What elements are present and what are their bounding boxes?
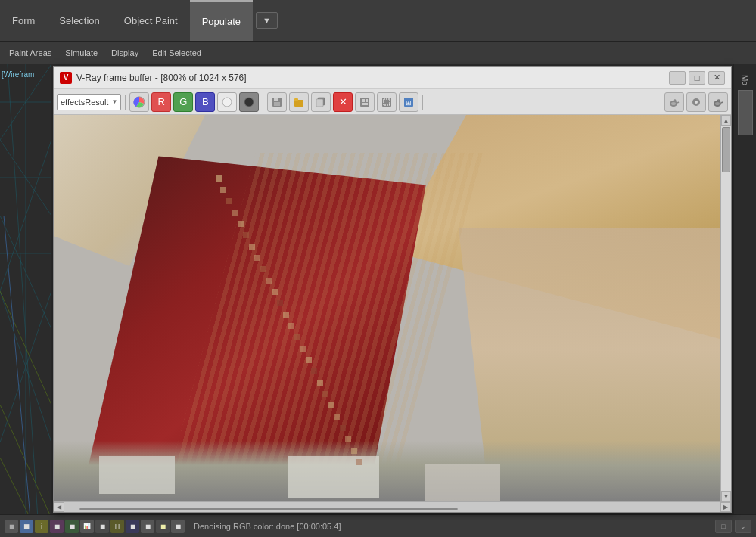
edit-selected-btn[interactable]: Edit Selected xyxy=(146,47,207,59)
right-panel-label: Mo xyxy=(741,75,749,85)
scroll-left-btn[interactable]: ◀ xyxy=(54,502,64,512)
menu-tab-form[interactable]: Form xyxy=(0,0,47,41)
svg-rect-19 xyxy=(274,98,278,101)
main-layout: [Wirefram V xyxy=(0,64,756,514)
paint-areas-btn[interactable]: Paint Areas xyxy=(3,47,58,59)
color-swatch-btn[interactable] xyxy=(129,92,149,112)
vray-window: V V-Ray frame buffer - [800% of 1024 x 5… xyxy=(53,66,732,513)
teapot2-icon xyxy=(713,97,723,107)
region-btn[interactable] xyxy=(377,92,397,112)
history-icon xyxy=(359,97,370,107)
status-expand-btn[interactable]: □ xyxy=(715,520,732,533)
bottom-box-left xyxy=(99,456,175,494)
svg-rect-22 xyxy=(294,98,298,101)
app-statusbar: ◼ ◼ i ◼ ◼ 📊 ◼ H ◼ ◼ ◼ ◼ Denoising RGB co… xyxy=(0,514,756,537)
svg-point-17 xyxy=(244,98,254,107)
svg-rect-28 xyxy=(362,103,368,105)
b-channel-btn[interactable]: B xyxy=(195,92,215,112)
svg-rect-27 xyxy=(366,99,368,102)
scroll-track-v[interactable] xyxy=(721,126,731,491)
status-icon-1: ◼ xyxy=(5,520,18,533)
minimize-btn[interactable]: — xyxy=(669,71,686,85)
settings-btn[interactable] xyxy=(686,92,706,112)
image-container: ▲ ▼ ◀ ▶ xyxy=(54,115,731,512)
status-icon-10: ◼ xyxy=(141,520,154,533)
status-icon-8: H xyxy=(110,520,124,533)
effects-dropdown[interactable]: effectsResult ▼ xyxy=(57,94,121,110)
status-icon-2: ◼ xyxy=(20,520,33,533)
copy-icon xyxy=(316,97,326,107)
menu-tab-selection[interactable]: Selection xyxy=(47,0,111,41)
maximize-btn[interactable]: □ xyxy=(689,71,705,85)
status-text: Denoising RGB color: done [00:00:05.4] xyxy=(194,522,712,531)
status-icon-3: i xyxy=(35,520,48,533)
svg-point-16 xyxy=(222,98,232,107)
g-channel-btn[interactable]: G xyxy=(173,92,193,112)
status-right: □ ⌄ xyxy=(715,520,751,533)
secondary-bar: Paint Areas Simulate Display Edit Select… xyxy=(0,42,756,64)
r-channel-btn[interactable]: R xyxy=(151,92,171,112)
svg-line-40 xyxy=(721,102,723,103)
simulate-btn[interactable]: Simulate xyxy=(59,47,104,59)
svg-point-34 xyxy=(671,102,676,105)
copy-image-btn[interactable] xyxy=(311,92,331,112)
display-btn[interactable]: Display xyxy=(105,47,145,59)
dark-circle-btn[interactable] xyxy=(239,92,259,112)
svg-rect-20 xyxy=(274,102,280,106)
render-region-btn[interactable]: ⊞ xyxy=(399,92,418,112)
menu-tab-object-paint[interactable]: Object Paint xyxy=(112,0,190,41)
teapot1-btn[interactable] xyxy=(664,92,684,112)
teapot1-icon xyxy=(669,97,680,107)
statusbar-icons: ◼ ◼ i ◼ ◼ 📊 ◼ H ◼ ◼ ◼ ◼ xyxy=(5,520,185,533)
circle-light-icon xyxy=(222,97,232,107)
status-icon-6: 📊 xyxy=(80,520,94,533)
separator-3 xyxy=(422,95,423,110)
status-icon-4: ◼ xyxy=(50,520,64,533)
status-icon-12: ◼ xyxy=(171,520,185,533)
vray-titlebar[interactable]: V V-Ray frame buffer - [800% of 1024 x 5… xyxy=(54,67,731,89)
status-arrow-btn[interactable]: ⌄ xyxy=(735,520,751,533)
vray-toolbar: effectsResult ▼ R G B xyxy=(54,89,731,115)
bottom-box-mid xyxy=(288,456,379,498)
show-region-icon: ⊞ xyxy=(403,97,414,107)
vray-scrollbar-vertical[interactable]: ▲ ▼ xyxy=(720,115,731,501)
svg-rect-21 xyxy=(294,100,303,107)
svg-line-35 xyxy=(677,102,679,103)
open-image-btn[interactable] xyxy=(289,92,309,112)
image-and-vscroll: ▲ ▼ xyxy=(54,115,731,501)
status-icon-5: ◼ xyxy=(65,520,79,533)
svg-point-37 xyxy=(695,101,698,104)
circle-dark-icon xyxy=(244,97,254,107)
right-panel-swatch xyxy=(738,90,753,135)
teapot2-btn[interactable] xyxy=(708,92,728,112)
left-sidebar: [Wirefram xyxy=(0,64,51,514)
scroll-down-btn[interactable]: ▼ xyxy=(721,491,731,501)
separator-1 xyxy=(125,95,126,110)
scroll-thumb-v[interactable] xyxy=(722,127,730,172)
close-btn[interactable]: ✕ xyxy=(708,71,725,85)
scroll-thumb-h[interactable] xyxy=(79,508,458,510)
history-btn[interactable] xyxy=(355,92,375,112)
svg-rect-26 xyxy=(362,99,365,102)
wireframe-grid xyxy=(0,64,51,514)
scroll-up-btn[interactable]: ▲ xyxy=(721,115,731,126)
render-canvas xyxy=(54,115,731,501)
right-panel: Mo xyxy=(733,64,756,514)
settings-icon xyxy=(691,97,702,107)
svg-text:⊞: ⊞ xyxy=(406,99,412,107)
top-menubar: Form Selection Object Paint Populate ▼ xyxy=(0,0,756,42)
bottom-box-right xyxy=(425,464,500,501)
vray-icon: V xyxy=(60,72,72,84)
menu-dropdown-btn[interactable]: ▼ xyxy=(256,12,278,29)
region-icon xyxy=(381,97,392,107)
vray-scrollbar-horizontal[interactable]: ◀ ▶ xyxy=(54,501,731,512)
scroll-right-btn[interactable]: ▶ xyxy=(720,502,731,512)
clear-btn[interactable]: ✕ xyxy=(333,92,353,112)
menu-tab-populate[interactable]: Populate xyxy=(190,0,253,41)
white-circle-btn[interactable] xyxy=(217,92,237,112)
save-image-btn[interactable] xyxy=(267,92,287,112)
status-icon-11: ◼ xyxy=(156,520,170,533)
separator-2 xyxy=(263,95,263,110)
svg-rect-24 xyxy=(316,99,323,107)
svg-point-39 xyxy=(715,102,720,105)
